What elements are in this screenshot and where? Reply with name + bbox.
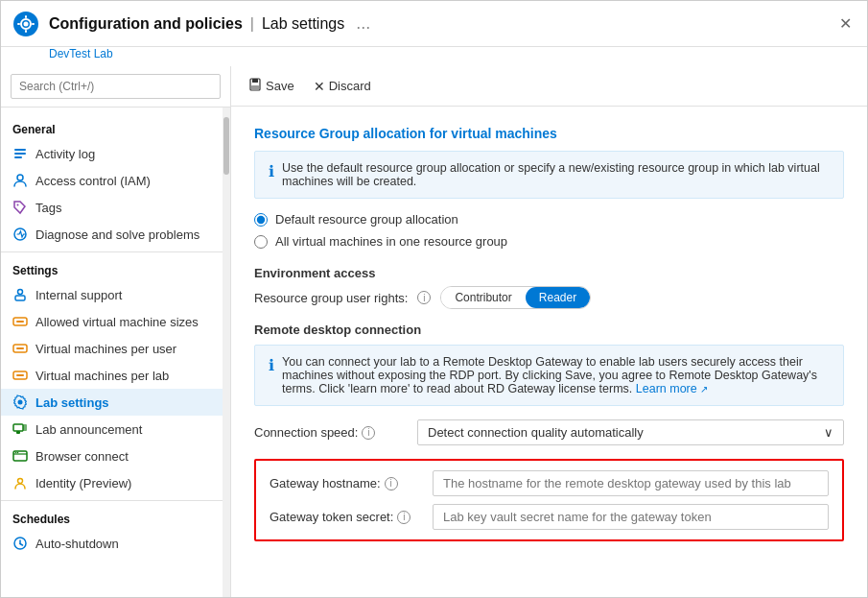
sidebar-label-diagnose: Diagnose and solve problems [35, 227, 211, 242]
sidebar-scroll-area: General Activity log Access control (IAM… [1, 108, 230, 597]
page-subtitle: Lab settings [262, 15, 344, 33]
gateway-token-label: Gateway token secret: i [270, 510, 423, 524]
app-window: Configuration and policies | Lab setting… [0, 0, 868, 598]
radio-default-rg[interactable]: Default resource group allocation [254, 212, 844, 227]
tags-icon [12, 200, 28, 215]
sidebar-label-vm-per-user: Virtual machines per user [35, 342, 211, 356]
svg-rect-15 [16, 321, 24, 323]
gateway-token-info-icon[interactable]: i [397, 511, 411, 524]
vm-per-user-icon [12, 341, 28, 356]
gateway-hostname-value [433, 470, 829, 496]
svg-rect-33 [252, 79, 258, 83]
rdc-info-box: ℹ You can connect your lab to a Remote D… [254, 345, 844, 406]
content-area: Resource Group allocation for virtual ma… [231, 107, 867, 597]
svg-rect-21 [13, 424, 23, 431]
sidebar-divider-1 [1, 251, 223, 252]
env-access-title: Environment access [254, 266, 844, 280]
sidebar-item-internal-support[interactable]: Internal support [1, 281, 223, 308]
resource-group-info-box: ℹ Use the default resource group allocat… [254, 151, 844, 199]
sidebar-item-diagnose[interactable]: Diagnose and solve problems [1, 221, 223, 248]
sidebar-item-allowed-vm-sizes[interactable]: Allowed virtual machine sizes [1, 308, 223, 335]
sidebar-item-access-control[interactable]: Access control (IAM) [1, 167, 223, 194]
sidebar-item-browser-connect[interactable]: Browser connect [1, 443, 223, 469]
resource-group-radio-group: Default resource group allocation All vi… [254, 212, 844, 249]
sidebar-label-auto-shutdown: Auto-shutdown [35, 537, 211, 551]
reader-toggle[interactable]: Reader [526, 287, 590, 308]
sidebar-nav: General Activity log Access control (IAM… [1, 108, 223, 597]
svg-point-12 [18, 290, 23, 295]
sidebar-label-allowed-vm-sizes: Allowed virtual machine sizes [35, 315, 211, 329]
page-title: Configuration and policies [49, 15, 243, 33]
rdc-title: Remote desktop connection [254, 323, 844, 337]
radio-all-vms-label: All virtual machines in one resource gro… [275, 234, 507, 249]
sidebar: General Activity log Access control (IAM… [1, 66, 231, 597]
section-general: General [1, 115, 223, 140]
rdc-info-text: You can connect your lab to a Remote Des… [282, 355, 830, 395]
radio-default-rg-input[interactable] [254, 213, 268, 227]
svg-point-10 [17, 204, 19, 206]
svg-rect-2 [25, 15, 27, 18]
svg-rect-19 [16, 374, 24, 376]
learn-more-link[interactable]: Learn more ↗ [636, 382, 708, 395]
dropdown-chevron-icon: ∨ [824, 425, 833, 440]
lab-settings-icon [12, 395, 28, 410]
svg-rect-3 [25, 30, 27, 33]
search-area [1, 66, 230, 108]
sidebar-label-lab-settings: Lab settings [35, 395, 211, 410]
sidebar-item-activity-log[interactable]: Activity log [1, 140, 223, 167]
gateway-hostname-label: Gateway hostname: i [270, 476, 423, 490]
connection-speed-info-icon[interactable]: i [362, 426, 375, 440]
sidebar-item-lab-settings[interactable]: Lab settings [1, 389, 223, 416]
svg-rect-4 [17, 23, 20, 25]
sidebar-item-vm-per-lab[interactable]: Virtual machines per lab [1, 362, 223, 389]
gateway-token-input[interactable] [433, 504, 829, 530]
sidebar-label-tags: Tags [35, 201, 211, 215]
svg-rect-6 [14, 149, 26, 151]
section-schedules: Schedules [1, 505, 223, 530]
radio-all-vms[interactable]: All virtual machines in one resource gro… [254, 234, 844, 249]
gateway-hostname-info-icon[interactable]: i [385, 477, 398, 490]
gateway-token-value [433, 504, 829, 530]
resource-group-rights-label: Resource group user rights: [254, 291, 408, 305]
resource-group-rights-info-icon[interactable]: i [417, 291, 431, 304]
search-input[interactable] [11, 74, 221, 99]
connection-speed-dropdown[interactable]: Detect connection quality automatically … [417, 419, 844, 445]
svg-rect-8 [14, 156, 22, 158]
browser-connect-icon [12, 448, 28, 464]
more-options-icon[interactable]: ... [356, 13, 370, 34]
breadcrumb: DevTest Lab [1, 47, 867, 66]
app-icon [12, 11, 39, 37]
radio-default-rg-label: Default resource group allocation [275, 212, 458, 227]
sidebar-item-auto-shutdown[interactable]: Auto-shutdown [1, 530, 223, 557]
sidebar-item-vm-per-user[interactable]: Virtual machines per user [1, 335, 223, 362]
auto-shutdown-icon [12, 536, 28, 551]
svg-point-9 [17, 175, 23, 180]
gateway-token-row: Gateway token secret: i [270, 504, 829, 530]
sidebar-item-lab-announcement[interactable]: Lab announcement [1, 416, 223, 443]
connection-speed-label: Connection speed: i [254, 425, 408, 440]
vm-per-lab-icon [12, 368, 28, 383]
contributor-toggle[interactable]: Contributor [441, 287, 525, 308]
connection-speed-row: Connection speed: i Detect connection qu… [254, 419, 844, 445]
rights-toggle-group: Contributor Reader [440, 286, 591, 309]
sidebar-item-tags[interactable]: Tags [1, 194, 223, 221]
sidebar-scrollbar-thumb [223, 117, 229, 175]
section-settings: Settings [1, 256, 223, 281]
save-button[interactable]: Save [246, 74, 296, 98]
close-button[interactable]: ✕ [835, 11, 856, 36]
sidebar-label-access-control: Access control (IAM) [35, 174, 211, 188]
gateway-hostname-input[interactable] [433, 470, 829, 496]
svg-rect-34 [251, 85, 259, 89]
svg-rect-5 [32, 23, 35, 25]
gateway-section: Gateway hostname: i Gateway token secret… [254, 459, 844, 541]
right-panel: Save ✕ Discard Resource Group allocation… [231, 66, 867, 597]
env-access-row: Resource group user rights: i Contributo… [254, 286, 844, 309]
internal-support-icon [12, 287, 28, 302]
radio-all-vms-input[interactable] [254, 235, 268, 249]
sidebar-item-identity[interactable]: Identity (Preview) [1, 469, 223, 496]
sidebar-label-identity: Identity (Preview) [35, 476, 211, 490]
sidebar-scrollbar[interactable] [223, 108, 230, 597]
discard-button[interactable]: ✕ Discard [312, 75, 373, 98]
resource-group-title: Resource Group allocation for virtual ma… [254, 126, 844, 141]
main-content: General Activity log Access control (IAM… [1, 66, 867, 597]
